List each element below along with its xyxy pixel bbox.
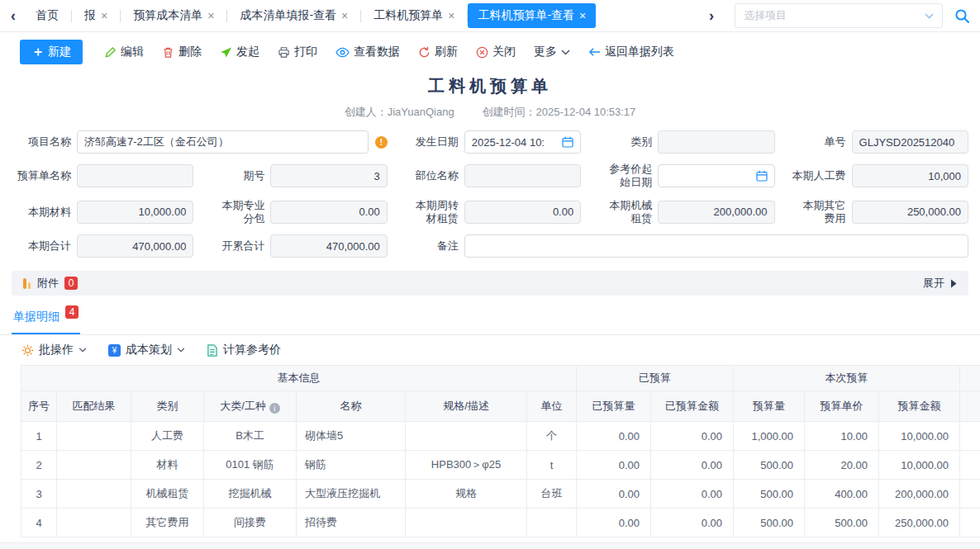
project-select-placeholder: 选择项目 — [744, 8, 925, 23]
tabs-scroll-left-icon[interactable]: ‹ — [3, 8, 23, 23]
table-cell: 招待费 — [297, 509, 406, 537]
turnover-rent-value: 0.00 — [472, 206, 573, 218]
tab-预算成本清单[interactable]: 预算成本清单× — [121, 3, 226, 28]
machine-rent-input[interactable]: 200,000.00 — [658, 201, 774, 224]
table-cell: t — [527, 451, 577, 480]
creator-value: JiaYuanQiang — [388, 106, 454, 118]
table-cell — [527, 509, 577, 537]
back-to-list-button[interactable]: 返回单据列表 — [588, 45, 674, 59]
calc-reference-price-button[interactable]: 计算参考价 — [207, 343, 281, 357]
field-material-cost: 本期材料 10,000.00 — [12, 199, 193, 226]
other-cost-input[interactable]: 250,000.00 — [852, 201, 968, 224]
document-icon — [207, 344, 218, 357]
material-cost-label: 本期材料 — [12, 206, 71, 219]
column-header: 序号 — [21, 391, 57, 422]
category-input[interactable] — [658, 130, 774, 154]
delete-button[interactable]: 删除 — [162, 45, 202, 59]
accum-total-input[interactable]: 470,000.00 — [270, 234, 387, 258]
current-total-label: 本期合计 — [12, 239, 71, 253]
period-no-input[interactable]: 3 — [270, 164, 387, 187]
triangle-right-icon — [950, 279, 957, 288]
table-cell: 台班 — [527, 480, 577, 509]
refresh-label: 刷新 — [435, 45, 458, 59]
table-cell-cut — [960, 509, 980, 537]
subcontract-cost-input[interactable]: 0.00 — [270, 201, 387, 224]
warning-info-icon[interactable]: ! — [375, 136, 388, 149]
cost-planning-button[interactable]: ¥ 成本策划 — [108, 343, 185, 357]
table-cell: 机械租赁 — [131, 480, 204, 509]
turnover-rent-input[interactable]: 0.00 — [464, 201, 581, 224]
table-row[interactable]: 3机械租赁挖掘机械大型液压挖掘机规格台班0.000.00500.00400.00… — [21, 480, 980, 509]
table-row[interactable]: 2材料0101 钢筋钢筋HPB300＞φ25t0.000.00500.0020.… — [21, 451, 980, 480]
attachment-bar[interactable]: 附件 0 展开 — [12, 271, 968, 296]
expand-button[interactable]: 展开 — [923, 276, 957, 291]
doc-no-input[interactable]: GLJYSD202512040 — [852, 130, 968, 154]
labor-cost-label: 本期人工费 — [787, 169, 846, 182]
tab-detail-list[interactable]: 单据明细 4 — [12, 306, 80, 334]
document-meta: 创建人：JiaYuanQiang 创建时间：2025-12-04 10:53:1… — [0, 105, 980, 120]
remark-input[interactable] — [464, 234, 968, 258]
attachment-count-badge: 0 — [64, 277, 78, 290]
occur-date-input[interactable]: 2025-12-04 10: — [464, 130, 581, 154]
close-label: 关闭 — [492, 45, 516, 59]
field-current-total: 本期合计 470,000.00 — [12, 234, 193, 258]
pencil-icon — [104, 46, 117, 59]
table-cell: 400.00 — [805, 480, 879, 509]
print-button[interactable]: 打印 — [278, 45, 317, 59]
refresh-button[interactable]: 刷新 — [418, 45, 458, 59]
field-other-cost: 本期其它 费用 250,000.00 — [787, 199, 968, 226]
tab-工料机预算单-查看[interactable]: 工料机预算单-查看× — [468, 3, 596, 28]
edit-button[interactable]: 编辑 — [104, 45, 144, 59]
chevron-down-icon — [561, 50, 570, 55]
search-icon[interactable] — [954, 8, 970, 24]
info-icon[interactable]: i — [269, 403, 280, 414]
arrow-left-icon — [588, 47, 601, 57]
table-cell: 间接费 — [204, 509, 297, 537]
created-time: 创建时间：2025-12-04 10:53:17 — [483, 105, 636, 120]
batch-operations-button[interactable]: 批操作 — [21, 343, 87, 357]
material-cost-input[interactable]: 10,000.00 — [77, 201, 193, 224]
tabs-scroll-right-icon[interactable]: › — [702, 8, 721, 23]
tab-label: 报 — [84, 8, 96, 23]
tab-label: 成本清单填报-查看 — [240, 8, 336, 23]
field-accum-total: 开累合计 470,000.00 — [205, 234, 387, 258]
table-row[interactable]: 1人工费B木工砌体墙5个0.000.001,000.0010.0010,000.… — [21, 422, 980, 451]
ref-price-start-label: 参考价起 始日期 — [592, 163, 652, 190]
tab-close-icon[interactable]: × — [341, 10, 348, 21]
current-total-value: 470,000.00 — [84, 240, 186, 253]
subcontract-cost-label: 本期专业 分包 — [205, 199, 264, 226]
table-row[interactable]: 4其它费用间接费招待费0.000.00500.00500.00250,000.0… — [21, 509, 980, 537]
new-button[interactable]: ＋ 新建 — [20, 40, 83, 64]
detail-toolbar: 批操作 ¥ 成本策划 计算参考价 — [0, 335, 980, 365]
budget-name-input[interactable] — [77, 164, 193, 187]
view-data-button[interactable]: 查看数据 — [335, 45, 400, 59]
labor-cost-input[interactable]: 10,000 — [852, 164, 968, 187]
tab-工料机预算单[interactable]: 工料机预算单× — [361, 3, 467, 28]
table-cell: 0.00 — [651, 480, 734, 509]
tab-close-icon[interactable]: × — [101, 10, 107, 21]
bottom-strip — [0, 542, 980, 549]
edit-label: 编辑 — [121, 45, 144, 59]
tab-报[interactable]: 报× — [72, 3, 120, 28]
field-turnover-rent: 本期周转 材租赁 0.00 — [399, 199, 581, 226]
gear-icon — [21, 344, 34, 357]
current-total-input[interactable]: 470,000.00 — [77, 234, 193, 258]
field-doc-no: 单号 GLJYSD202512040 — [787, 130, 968, 154]
table-cell: 500.00 — [805, 509, 879, 537]
close-button[interactable]: 关闭 — [476, 45, 516, 59]
project-name-input[interactable]: 济邹高速7-2工区（金石公司） — [77, 130, 369, 154]
tab-close-icon[interactable]: × — [579, 10, 586, 21]
table-cell: 20.00 — [805, 451, 879, 480]
project-select[interactable]: 选择项目 — [735, 3, 943, 28]
part-name-input[interactable] — [464, 164, 581, 187]
tab-成本清单填报-查看[interactable]: 成本清单填报-查看× — [227, 3, 360, 28]
more-button[interactable]: 更多 — [534, 45, 570, 59]
labor-cost-value: 10,000 — [859, 170, 961, 182]
group-header: 已预算 — [577, 366, 734, 391]
table-cell: 砌体墙5 — [297, 422, 406, 451]
tab-close-icon[interactable]: × — [207, 10, 214, 21]
launch-button[interactable]: 发起 — [220, 45, 259, 59]
tab-首页[interactable]: 首页 — [23, 3, 71, 28]
ref-price-start-input[interactable] — [658, 164, 774, 187]
tab-close-icon[interactable]: × — [448, 10, 454, 21]
